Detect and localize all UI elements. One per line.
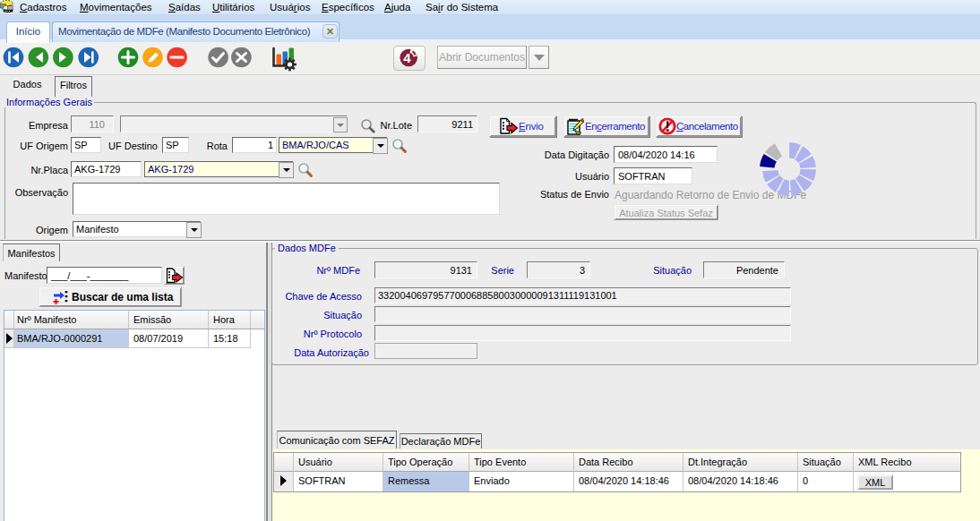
- svg-text:4: 4: [403, 50, 411, 65]
